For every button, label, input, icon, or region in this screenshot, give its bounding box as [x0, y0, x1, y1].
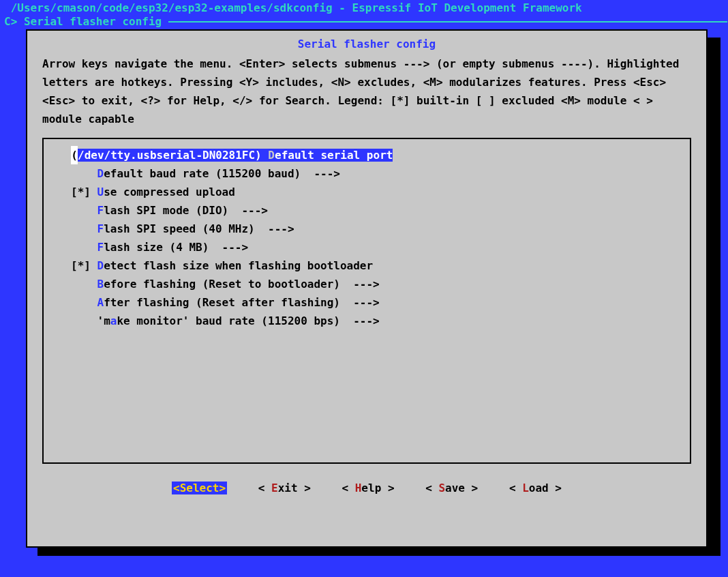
help-button[interactable]: < Help > [342, 482, 394, 494]
menu-item-spi-speed[interactable]: Flash SPI speed (40 MHz) ---> [44, 220, 690, 238]
exit-button[interactable]: < Exit > [258, 482, 311, 494]
menu-item-detect-flash-size[interactable]: [*] Detect flash size when flashing boot… [44, 256, 690, 275]
menu-item-before-flashing[interactable]: Before flashing (Reset to bootloader) --… [44, 275, 690, 293]
menu-item-compressed-upload[interactable]: [*] Use compressed upload [44, 183, 690, 201]
menu-item-flash-size[interactable]: Flash size (4 MB) ---> [44, 238, 690, 256]
help-text: Arrow keys navigate the menu. <Enter> se… [27, 55, 706, 138]
save-button[interactable]: < Save > [425, 482, 478, 494]
load-button[interactable]: < Load > [509, 482, 562, 494]
select-button[interactable]: <Select> [172, 482, 227, 494]
dialog-title: Serial flasher config [27, 31, 706, 55]
menu-item-spi-mode[interactable]: Flash SPI mode (DIO) ---> [44, 201, 690, 220]
title-bar: /Users/cmason/code/esp32/esp32-examples/… [0, 0, 728, 15]
menu-item-make-monitor-baud[interactable]: 'make monitor' baud rate (115200 bps) --… [44, 312, 690, 330]
button-bar: <Select> < Exit > < Help > < Save > < Lo… [27, 464, 706, 494]
config-dialog: Serial flasher config Arrow keys navigat… [26, 29, 708, 548]
menu-item-after-flashing[interactable]: After flashing (Reset after flashing) --… [44, 293, 690, 312]
menu-item-baud-rate[interactable]: Default baud rate (115200 baud) ---> [44, 164, 690, 183]
menu-item-serial-port[interactable]: (/dev/tty.usbserial-DN0281FC) Default se… [44, 146, 690, 164]
breadcrumb: C> Serial flasher config [0, 15, 728, 29]
menu-list[interactable]: (/dev/tty.usbserial-DN0281FC) Default se… [42, 138, 691, 464]
